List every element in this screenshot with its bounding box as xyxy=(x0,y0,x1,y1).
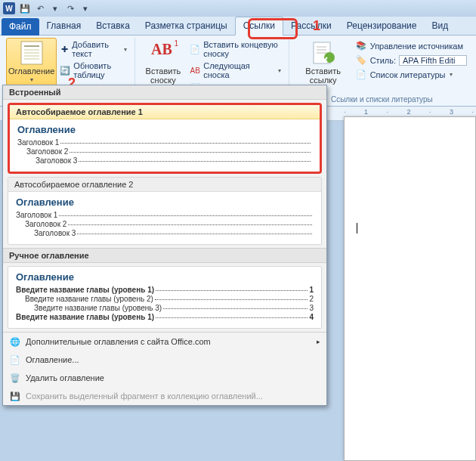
office-icon: 🌐 xyxy=(9,336,21,348)
update-icon: 🔄 xyxy=(60,65,70,76)
word-icon: W xyxy=(3,2,15,14)
toc-row: Заголовок 2 xyxy=(16,220,314,228)
custom-toc-icon: 📄 xyxy=(9,354,21,366)
toc-heading: Оглавление xyxy=(16,196,314,208)
quick-access-toolbar: 💾 ↶ ▾ ↷ ▾ xyxy=(20,3,91,14)
qat-redo[interactable]: ↷ xyxy=(65,3,76,14)
save-selection-button: 💾 Сохранить выделенный фрагмент в коллек… xyxy=(3,387,326,405)
tab-mailings[interactable]: Рассылки xyxy=(283,17,339,35)
citation-icon xyxy=(311,41,335,65)
custom-toc-button[interactable]: 📄 Оглавление... xyxy=(3,351,326,369)
tab-review[interactable]: Рецензирование xyxy=(339,17,425,35)
endnote-icon: 📄 xyxy=(190,44,200,55)
toc-button[interactable]: Оглавление ▾ xyxy=(6,38,57,86)
gallery-item-auto2[interactable]: Автособираемое оглавление 2 Оглавление З… xyxy=(8,177,322,245)
toc-row: Заголовок 1 xyxy=(17,138,312,147)
toc-label: Оглавление xyxy=(8,67,54,76)
ribbon-tabs: Файл Главная Вставка Разметка страницы С… xyxy=(0,17,476,36)
style-icon: 🏷️ xyxy=(356,54,367,66)
gallery-item-auto1[interactable]: Автособираемое оглавление 1 Оглавление З… xyxy=(8,103,322,174)
remove-toc-icon: 🗑️ xyxy=(9,372,21,384)
ruler-ticks: · 1 · 2 · 3 · · · xyxy=(344,108,476,116)
footnote-icon: AB 1 xyxy=(151,41,175,65)
qat-dd[interactable]: ▾ xyxy=(50,3,60,14)
tab-references[interactable]: Ссылки xyxy=(235,17,283,36)
next-footnote-icon: AB xyxy=(190,65,200,76)
manage-sources-button[interactable]: 📚 Управление источникам xyxy=(354,39,468,52)
text-caret xyxy=(357,223,357,234)
manage-sources-icon: 📚 xyxy=(356,40,367,51)
insert-endnote-button[interactable]: 📄 Вставить концевую сноску xyxy=(188,39,282,59)
gallery-footer: 🌐 Дополнительные оглавления с сайта Offi… xyxy=(3,332,326,405)
toc-icon xyxy=(20,41,44,65)
save-selection-icon: 💾 xyxy=(9,390,21,402)
style-value[interactable]: APA Fifth Editi xyxy=(399,55,467,66)
toc-row: Заголовок 3 xyxy=(16,229,314,237)
gallery-item-auto1-title: Автособираемое оглавление 1 xyxy=(10,105,320,119)
gallery-item-auto2-title: Автособираемое оглавление 2 xyxy=(8,178,321,192)
toc-arrow: ▾ xyxy=(30,76,33,83)
toc-row: Введите название главы (уровень 1)1 xyxy=(16,286,314,294)
gallery-manual-header: Ручное оглавление xyxy=(3,248,326,263)
bibliography-button[interactable]: 📄 Список литературы ▾ xyxy=(354,68,468,81)
style-select[interactable]: 🏷️ Стиль: APA Fifth Editi xyxy=(354,54,468,67)
toc-row: Заголовок 3 xyxy=(17,156,312,165)
titlebar: W 💾 ↶ ▾ ↷ ▾ xyxy=(0,0,476,17)
toc-row: Заголовок 1 xyxy=(16,211,314,219)
qat-undo[interactable]: ↶ xyxy=(35,3,45,14)
tab-layout[interactable]: Разметка страницы xyxy=(138,17,235,35)
add-text-button[interactable]: ✚ Добавить текст ▾ xyxy=(58,39,128,59)
toc-gallery: Встроенный Автособираемое оглавление 1 О… xyxy=(2,85,327,406)
more-from-office-button[interactable]: 🌐 Дополнительные оглавления с сайта Offi… xyxy=(3,333,326,351)
toc-heading: Оглавление xyxy=(17,124,312,135)
tab-home[interactable]: Главная xyxy=(39,17,89,35)
remove-toc-button[interactable]: 🗑️ Удалить оглавление xyxy=(3,369,326,387)
toc-row: Зведите название главы (уровень 3)3 xyxy=(16,304,314,312)
gallery-builtin-header: Встроенный xyxy=(3,85,326,100)
qat-customize[interactable]: ▾ xyxy=(80,3,91,14)
toc-row: Заголовок 2 xyxy=(17,147,312,156)
toc-row: Введите название главы (уровень 2)2 xyxy=(16,295,314,303)
add-text-icon: ✚ xyxy=(60,44,69,55)
tab-view[interactable]: Вид xyxy=(424,17,456,35)
gallery-item-manual[interactable]: Оглавление Введите название главы (урове… xyxy=(8,266,322,329)
toc-heading: Оглавление xyxy=(16,271,314,283)
document-page[interactable] xyxy=(344,116,476,461)
next-footnote-button[interactable]: AB Следующая сноска ▾ xyxy=(188,60,282,80)
bibliography-icon: 📄 xyxy=(356,69,367,80)
insert-footnote-button[interactable]: AB 1 Вставить сноску xyxy=(140,38,187,88)
qat-save[interactable]: 💾 xyxy=(20,3,30,14)
tab-insert[interactable]: Вставка xyxy=(88,17,138,35)
tab-file[interactable]: Файл xyxy=(2,18,39,36)
annotation-1: 1 xyxy=(313,18,320,34)
toc-row: Введите название главы (уровень 1)4 xyxy=(16,313,314,321)
